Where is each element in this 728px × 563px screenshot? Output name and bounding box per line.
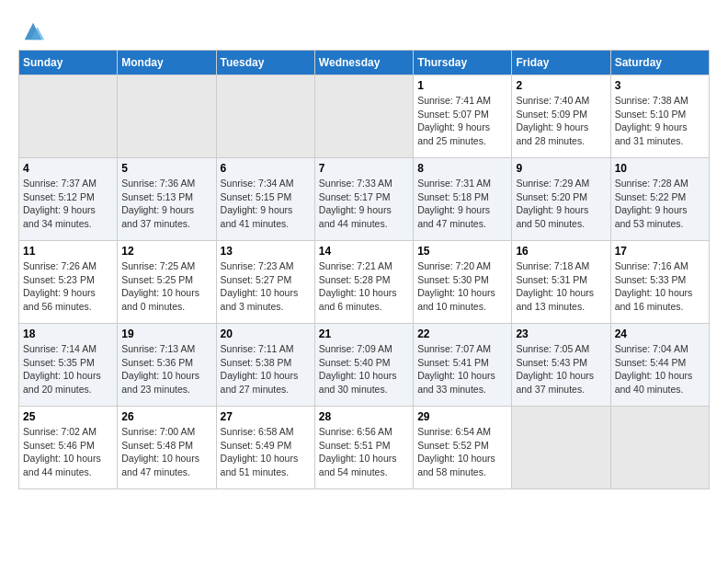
day-number: 27 (221, 410, 311, 423)
day-number: 19 (121, 327, 211, 340)
calendar-cell: 10Sunrise: 7:28 AMSunset: 5:22 PMDayligh… (610, 158, 709, 241)
day-number: 6 (221, 162, 311, 175)
calendar-cell: 24Sunrise: 7:04 AMSunset: 5:44 PMDayligh… (610, 324, 709, 407)
day-info: Sunrise: 7:09 AMSunset: 5:40 PMDaylight:… (319, 342, 409, 396)
day-number: 9 (516, 162, 606, 175)
calendar-cell: 21Sunrise: 7:09 AMSunset: 5:40 PMDayligh… (314, 324, 413, 407)
day-info: Sunrise: 7:31 AMSunset: 5:18 PMDaylight:… (417, 177, 507, 231)
calendar-week-row: 11Sunrise: 7:26 AMSunset: 5:23 PMDayligh… (19, 241, 710, 324)
calendar-cell: 5Sunrise: 7:36 AMSunset: 5:13 PMDaylight… (118, 158, 216, 241)
day-info: Sunrise: 7:20 AMSunset: 5:30 PMDaylight:… (417, 259, 507, 314)
day-info: Sunrise: 7:14 AMSunset: 5:35 PMDaylight:… (23, 342, 113, 396)
calendar-cell: 23Sunrise: 7:05 AMSunset: 5:43 PMDayligh… (512, 324, 610, 407)
calendar-cell: 17Sunrise: 7:16 AMSunset: 5:33 PMDayligh… (610, 241, 709, 324)
day-info: Sunrise: 7:13 AMSunset: 5:36 PMDaylight:… (121, 342, 211, 396)
day-number: 14 (319, 245, 409, 258)
calendar-cell: 22Sunrise: 7:07 AMSunset: 5:41 PMDayligh… (414, 324, 512, 407)
calendar-cell (314, 75, 413, 158)
day-number: 5 (121, 162, 211, 175)
calendar-cell (610, 407, 709, 489)
day-number: 24 (615, 327, 705, 340)
calendar-cell: 26Sunrise: 7:00 AMSunset: 5:48 PMDayligh… (118, 407, 216, 489)
day-info: Sunrise: 7:07 AMSunset: 5:41 PMDaylight:… (417, 342, 507, 396)
day-header-friday: Friday (512, 51, 610, 75)
calendar-cell: 16Sunrise: 7:18 AMSunset: 5:31 PMDayligh… (512, 241, 610, 324)
calendar-cell: 4Sunrise: 7:37 AMSunset: 5:12 PMDaylight… (19, 158, 118, 241)
day-info: Sunrise: 7:16 AMSunset: 5:33 PMDaylight:… (615, 259, 705, 314)
day-number: 21 (319, 327, 409, 340)
calendar-week-row: 18Sunrise: 7:14 AMSunset: 5:35 PMDayligh… (19, 324, 710, 407)
day-info: Sunrise: 7:26 AMSunset: 5:23 PMDaylight:… (23, 259, 113, 314)
calendar-header-row: SundayMondayTuesdayWednesdayThursdayFrid… (19, 51, 710, 75)
day-info: Sunrise: 7:29 AMSunset: 5:20 PMDaylight:… (516, 177, 606, 231)
day-number: 15 (417, 245, 507, 258)
day-info: Sunrise: 7:00 AMSunset: 5:48 PMDaylight:… (121, 425, 211, 479)
calendar-cell: 20Sunrise: 7:11 AMSunset: 5:38 PMDayligh… (216, 324, 314, 407)
calendar-cell: 1Sunrise: 7:41 AMSunset: 5:07 PMDaylight… (414, 75, 512, 158)
day-info: Sunrise: 7:02 AMSunset: 5:46 PMDaylight:… (23, 425, 113, 479)
calendar-cell: 13Sunrise: 7:23 AMSunset: 5:27 PMDayligh… (216, 241, 314, 324)
day-number: 4 (23, 162, 113, 175)
day-number: 12 (121, 245, 211, 258)
day-info: Sunrise: 7:21 AMSunset: 5:28 PMDaylight:… (319, 259, 409, 314)
calendar-cell (19, 75, 118, 158)
calendar-table: SundayMondayTuesdayWednesdayThursdayFrid… (18, 50, 710, 489)
day-number: 3 (615, 79, 705, 92)
calendar-cell: 27Sunrise: 6:58 AMSunset: 5:49 PMDayligh… (216, 407, 314, 489)
day-info: Sunrise: 7:05 AMSunset: 5:43 PMDaylight:… (516, 342, 606, 396)
day-info: Sunrise: 7:36 AMSunset: 5:13 PMDaylight:… (121, 177, 211, 231)
calendar-cell: 12Sunrise: 7:25 AMSunset: 5:25 PMDayligh… (118, 241, 216, 324)
day-number: 2 (516, 79, 606, 92)
calendar-cell (118, 75, 216, 158)
calendar-cell: 19Sunrise: 7:13 AMSunset: 5:36 PMDayligh… (118, 324, 216, 407)
day-number: 22 (417, 327, 507, 340)
day-header-wednesday: Wednesday (314, 51, 413, 75)
day-info: Sunrise: 7:33 AMSunset: 5:17 PMDaylight:… (319, 177, 409, 231)
day-number: 25 (23, 410, 113, 423)
day-info: Sunrise: 6:58 AMSunset: 5:49 PMDaylight:… (221, 425, 311, 479)
day-header-monday: Monday (118, 51, 216, 75)
day-number: 8 (417, 162, 507, 175)
calendar-week-row: 25Sunrise: 7:02 AMSunset: 5:46 PMDayligh… (19, 407, 710, 489)
day-number: 7 (319, 162, 409, 175)
day-info: Sunrise: 7:37 AMSunset: 5:12 PMDaylight:… (23, 177, 113, 231)
calendar-week-row: 4Sunrise: 7:37 AMSunset: 5:12 PMDaylight… (19, 158, 710, 241)
logo (18, 18, 46, 44)
calendar-cell: 7Sunrise: 7:33 AMSunset: 5:17 PMDaylight… (314, 158, 413, 241)
day-number: 23 (516, 327, 606, 340)
day-header-sunday: Sunday (19, 51, 118, 75)
calendar-cell (512, 407, 610, 489)
calendar-cell: 8Sunrise: 7:31 AMSunset: 5:18 PMDaylight… (414, 158, 512, 241)
day-number: 20 (221, 327, 311, 340)
day-header-saturday: Saturday (610, 51, 709, 75)
day-number: 18 (23, 327, 113, 340)
calendar-cell: 25Sunrise: 7:02 AMSunset: 5:46 PMDayligh… (19, 407, 118, 489)
calendar-cell: 11Sunrise: 7:26 AMSunset: 5:23 PMDayligh… (19, 241, 118, 324)
logo-icon (20, 18, 46, 44)
day-info: Sunrise: 7:18 AMSunset: 5:31 PMDaylight:… (516, 259, 606, 314)
day-info: Sunrise: 7:25 AMSunset: 5:25 PMDaylight:… (121, 259, 211, 314)
day-info: Sunrise: 7:11 AMSunset: 5:38 PMDaylight:… (221, 342, 311, 396)
day-info: Sunrise: 7:04 AMSunset: 5:44 PMDaylight:… (615, 342, 705, 396)
calendar-cell: 3Sunrise: 7:38 AMSunset: 5:10 PMDaylight… (610, 75, 709, 158)
calendar-cell: 6Sunrise: 7:34 AMSunset: 5:15 PMDaylight… (216, 158, 314, 241)
day-number: 16 (516, 245, 606, 258)
calendar-cell: 29Sunrise: 6:54 AMSunset: 5:52 PMDayligh… (414, 407, 512, 489)
day-number: 17 (615, 245, 705, 258)
day-number: 28 (319, 410, 409, 423)
day-info: Sunrise: 6:54 AMSunset: 5:52 PMDaylight:… (417, 425, 507, 479)
day-info: Sunrise: 6:56 AMSunset: 5:51 PMDaylight:… (319, 425, 409, 479)
calendar-cell (216, 75, 314, 158)
day-number: 11 (23, 245, 113, 258)
day-header-tuesday: Tuesday (216, 51, 314, 75)
day-number: 26 (121, 410, 211, 423)
day-info: Sunrise: 7:40 AMSunset: 5:09 PMDaylight:… (516, 94, 606, 148)
day-number: 29 (417, 410, 507, 423)
calendar-cell: 14Sunrise: 7:21 AMSunset: 5:28 PMDayligh… (314, 241, 413, 324)
page-header (18, 18, 710, 44)
calendar-cell: 9Sunrise: 7:29 AMSunset: 5:20 PMDaylight… (512, 158, 610, 241)
day-info: Sunrise: 7:28 AMSunset: 5:22 PMDaylight:… (615, 177, 705, 231)
calendar-cell: 28Sunrise: 6:56 AMSunset: 5:51 PMDayligh… (314, 407, 413, 489)
calendar-cell: 18Sunrise: 7:14 AMSunset: 5:35 PMDayligh… (19, 324, 118, 407)
calendar-cell: 2Sunrise: 7:40 AMSunset: 5:09 PMDaylight… (512, 75, 610, 158)
